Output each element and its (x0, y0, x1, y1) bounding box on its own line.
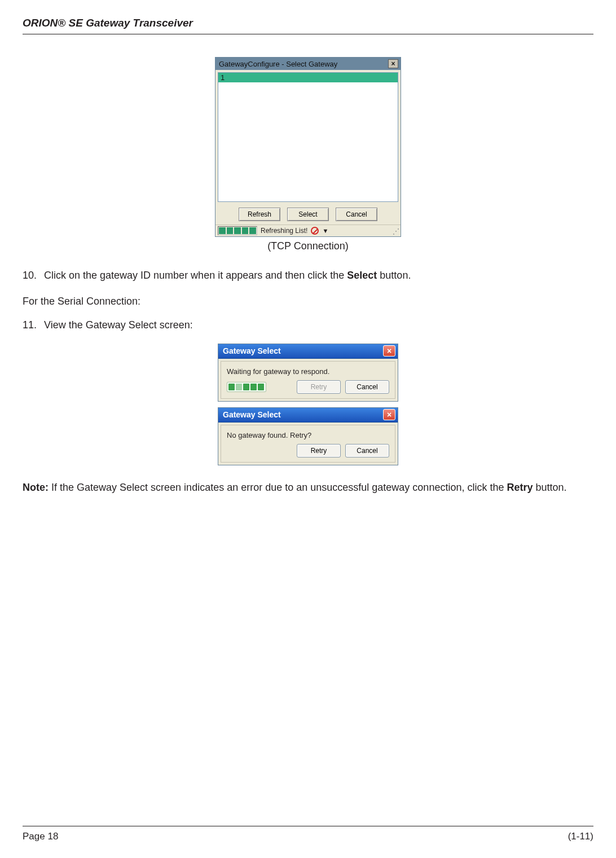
titlebar: GatewayConfigure - Select Gateway × (215, 58, 401, 70)
resize-grip-icon: ⋰ (393, 227, 399, 235)
note-text: Note: If the Gateway Select screen indic… (23, 480, 593, 496)
serial-intro: For the Serial Connection: (23, 294, 593, 310)
figure-caption: (TCP Connection) (23, 240, 593, 252)
progress-indicator (227, 382, 266, 392)
gateway-list-item[interactable]: 1 (218, 73, 398, 82)
titlebar: Gateway Select × (218, 408, 398, 423)
step-text: View the Gateway Select screen: (44, 318, 193, 333)
step-number: 10. (23, 268, 44, 284)
dialog-button-row: Refresh Select Cancel (215, 204, 401, 225)
select-gateway-dialog: GatewayConfigure - Select Gateway × 1 Re… (215, 57, 401, 237)
dialog-message: No gateway found. Retry? (227, 431, 389, 439)
status-bar: Refreshing List! ▼ ⋰ (215, 225, 401, 236)
doc-code: (1-11) (568, 831, 593, 842)
cancel-button[interactable]: Cancel (345, 380, 389, 394)
close-icon[interactable]: × (383, 345, 395, 357)
dropdown-arrow-icon[interactable]: ▼ (322, 227, 328, 234)
titlebar-text: Gateway Select (223, 410, 281, 419)
select-button[interactable]: Select (287, 208, 329, 221)
cancel-button[interactable]: Cancel (345, 444, 389, 457)
blocked-icon (311, 227, 319, 235)
close-icon[interactable]: × (388, 59, 398, 68)
close-icon[interactable]: × (383, 409, 395, 420)
titlebar: Gateway Select × (218, 344, 398, 359)
step-number: 11. (23, 318, 44, 333)
refresh-button[interactable]: Refresh (239, 208, 280, 221)
dialog-message: Waiting for gateway to respond. (227, 367, 389, 376)
gateway-select-retry-dialog: Gateway Select × No gateway found. Retry… (218, 407, 398, 465)
step-text: Click on the gateway ID number when it a… (44, 268, 411, 284)
titlebar-text: GatewayConfigure - Select Gateway (219, 60, 337, 68)
gateway-list[interactable]: 1 (218, 72, 398, 202)
retry-button[interactable]: Retry (297, 444, 341, 457)
status-text: Refreshing List! (261, 227, 307, 235)
gateway-select-waiting-dialog: Gateway Select × Waiting for gateway to … (218, 344, 398, 402)
cancel-button[interactable]: Cancel (336, 208, 377, 221)
document-footer: Page 18 (1-11) (23, 826, 593, 842)
retry-button: Retry (297, 380, 341, 394)
progress-indicator (218, 226, 257, 235)
page-number: Page 18 (23, 831, 58, 842)
document-header: ORION® SE Gateway Transceiver (23, 17, 593, 34)
titlebar-text: Gateway Select (223, 346, 281, 355)
